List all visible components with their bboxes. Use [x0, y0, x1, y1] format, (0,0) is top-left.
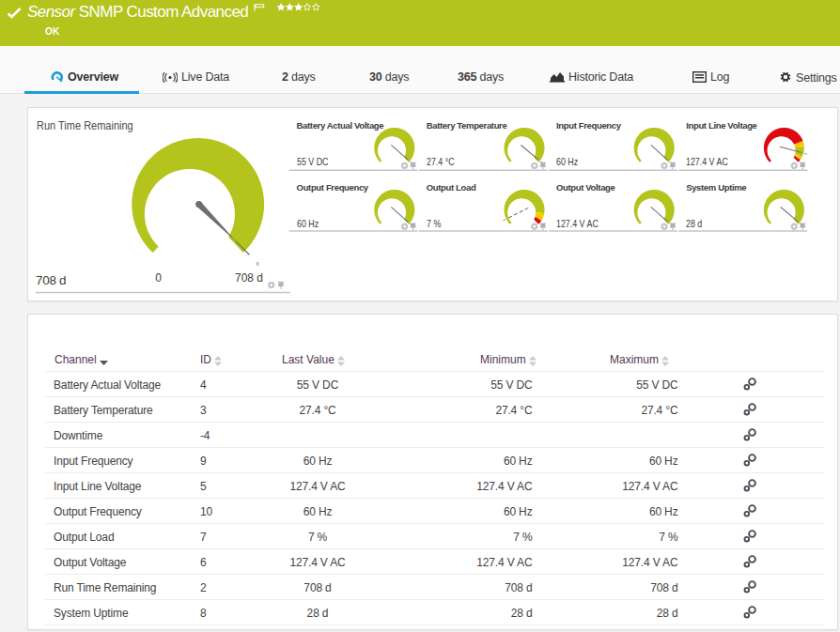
svg-text:x: x [256, 259, 259, 268]
